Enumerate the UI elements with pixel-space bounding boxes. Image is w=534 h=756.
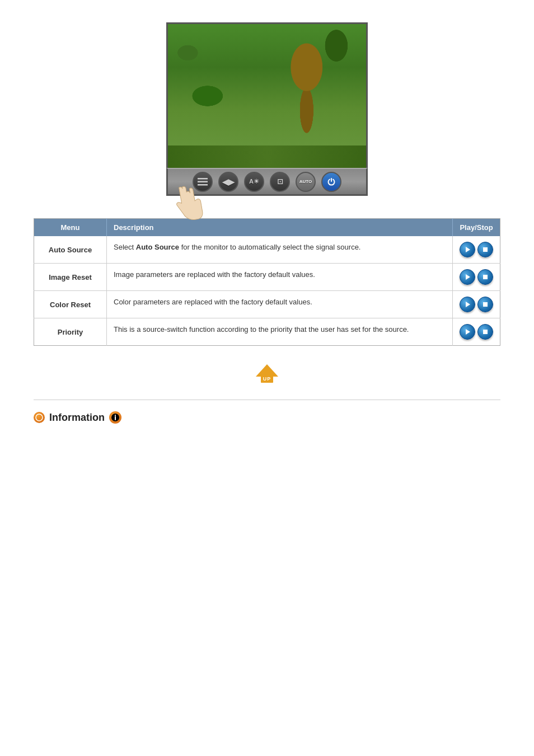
stop-button-priority[interactable] (477, 324, 493, 340)
auto-button[interactable]: AUTO (296, 172, 316, 192)
source-button[interactable]: ⊡ (270, 172, 290, 192)
menu-cell-color-reset: Color Reset (34, 291, 107, 318)
menu-cell-priority: Priority (34, 318, 107, 346)
play-stop-buttons (460, 269, 493, 285)
playstop-cell-color-reset (453, 291, 500, 318)
stop-square-icon (483, 275, 488, 279)
stop-square-icon (483, 302, 488, 307)
monitor-wrapper: ◀▶ A☀ ⊡ AUTO (166, 22, 368, 196)
power-button[interactable] (321, 172, 341, 192)
monitor-section: ◀▶ A☀ ⊡ AUTO (34, 22, 500, 196)
play-button-color-reset[interactable] (460, 297, 475, 312)
stop-button-image-reset[interactable] (477, 269, 493, 285)
nav-button[interactable]: ◀▶ (218, 172, 238, 192)
svg-rect-0 (198, 178, 208, 180)
up-section: UP (34, 363, 500, 383)
play-stop-buttons (460, 297, 493, 312)
play-button-auto-source[interactable] (460, 242, 475, 257)
bold-auto-source: Auto Source (136, 243, 179, 251)
table-row: Priority This is a source-switch functio… (34, 318, 500, 346)
play-arrow-icon (466, 329, 470, 335)
play-arrow-icon (466, 302, 470, 307)
garden-scene (168, 24, 366, 168)
information-section: Information (34, 411, 500, 424)
play-stop-buttons (460, 324, 493, 340)
info-icon-right (109, 411, 121, 424)
play-arrow-icon (466, 247, 470, 252)
svg-rect-2 (198, 184, 208, 186)
play-arrow-icon (466, 274, 470, 280)
monitor-screen (166, 22, 368, 168)
desc-cell-priority: This is a source-switch function accordi… (107, 318, 453, 346)
stop-square-icon (483, 247, 488, 252)
playstop-cell-image-reset (453, 264, 500, 291)
table-row: Color Reset Color parameters are replace… (34, 291, 500, 318)
information-title: Information (49, 412, 105, 424)
desc-cell-image-reset: Image parameters are replaced with the f… (107, 264, 453, 291)
svg-point-3 (36, 414, 43, 421)
divider (34, 400, 500, 400)
play-button-priority[interactable] (460, 324, 475, 340)
playstop-cell-priority (453, 318, 500, 346)
desc-cell-auto-source: Select Auto Source for the monitor to au… (107, 236, 453, 264)
play-stop-buttons (460, 242, 493, 257)
svg-rect-1 (198, 181, 208, 182)
header-menu: Menu (34, 219, 107, 237)
stop-button-auto-source[interactable] (477, 242, 493, 257)
stop-button-color-reset[interactable] (477, 297, 493, 312)
up-arrow-icon (256, 364, 278, 377)
menu-cell-auto-source: Auto Source (34, 236, 107, 264)
desc-cell-color-reset: Color parameters are replaced with the f… (107, 291, 453, 318)
adjust-button[interactable]: A☀ (244, 172, 264, 192)
play-button-image-reset[interactable] (460, 269, 475, 285)
up-button[interactable]: UP (256, 363, 278, 383)
menu-cell-image-reset: Image Reset (34, 264, 107, 291)
header-playstop: Play/Stop (453, 219, 500, 237)
playstop-cell-auto-source (453, 236, 500, 264)
info-table: Menu Description Play/Stop Auto Source S… (34, 218, 500, 346)
stop-square-icon (483, 330, 488, 334)
info-icon-left (34, 412, 45, 423)
header-description: Description (107, 219, 453, 237)
table-row: Auto Source Select Auto Source for the m… (34, 236, 500, 264)
table-row: Image Reset Image parameters are replace… (34, 264, 500, 291)
